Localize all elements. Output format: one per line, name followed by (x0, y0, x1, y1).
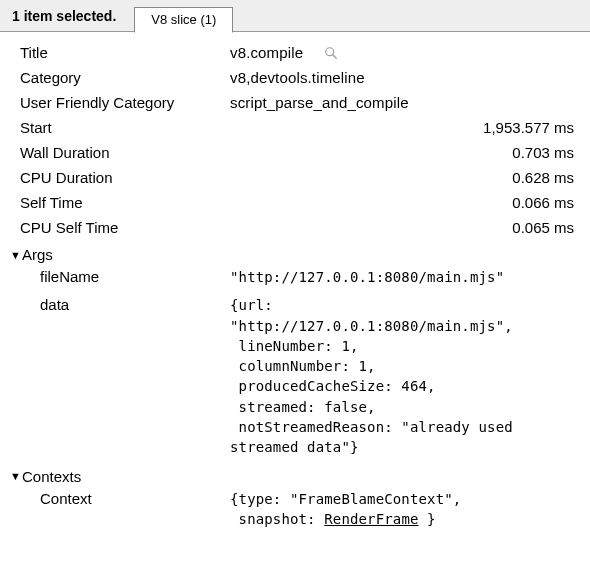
label-context: Context (20, 490, 230, 507)
value-filename: "http://127.0.0.1:8080/main.mjs" (230, 267, 580, 287)
tab-label: V8 slice (1) (151, 12, 216, 27)
disclosure-triangle-icon: ▼ (10, 470, 22, 482)
svg-line-1 (332, 55, 336, 59)
value-data: {url: "http://127.0.0.1:8080/main.mjs", … (230, 295, 580, 457)
label-wall-duration: Wall Duration (20, 144, 230, 161)
value-wall-duration: 0.703 ms (230, 144, 580, 161)
label-filename: fileName (20, 268, 230, 285)
value-user-friendly: script_parse_and_compile (230, 94, 580, 111)
section-args[interactable]: ▼Args (10, 240, 580, 263)
tab-v8-slice[interactable]: V8 slice (1) (134, 7, 233, 33)
label-data: data (20, 296, 230, 313)
label-category: Category (20, 69, 230, 86)
row-args-data: data {url: "http://127.0.0.1:8080/main.m… (10, 291, 580, 461)
selection-status: 1 item selected. (12, 8, 134, 24)
row-context: Context {type: "FrameBlameContext", snap… (10, 485, 580, 534)
row-title: Title v8.compile (10, 40, 580, 65)
label-title: Title (20, 44, 230, 61)
details-panel: Title v8.compile Category v8,devtools.ti… (0, 32, 590, 533)
section-contexts[interactable]: ▼Contexts (10, 462, 580, 485)
header-bar: 1 item selected. V8 slice (1) (0, 0, 590, 32)
section-args-label: Args (22, 246, 53, 263)
disclosure-triangle-icon: ▼ (10, 249, 22, 261)
row-category: Category v8,devtools.timeline (10, 65, 580, 90)
row-wall-duration: Wall Duration 0.703 ms (10, 140, 580, 165)
renderframe-link[interactable]: RenderFrame (324, 511, 418, 527)
value-start: 1,953.577 ms (230, 119, 580, 136)
section-contexts-label: Contexts (22, 468, 81, 485)
row-self-time: Self Time 0.066 ms (10, 190, 580, 215)
row-start: Start 1,953.577 ms (10, 115, 580, 140)
magnify-icon[interactable] (324, 46, 338, 63)
label-start: Start (20, 119, 230, 136)
label-user-friendly: User Friendly Category (20, 94, 230, 111)
value-cpu-self-time: 0.065 ms (230, 219, 580, 236)
label-cpu-duration: CPU Duration (20, 169, 230, 186)
row-args-filename: fileName "http://127.0.0.1:8080/main.mjs… (10, 263, 580, 291)
value-category: v8,devtools.timeline (230, 69, 580, 86)
value-context: {type: "FrameBlameContext", snapshot: Re… (230, 489, 580, 530)
row-cpu-duration: CPU Duration 0.628 ms (10, 165, 580, 190)
label-self-time: Self Time (20, 194, 230, 211)
label-cpu-self-time: CPU Self Time (20, 219, 230, 236)
row-cpu-self-time: CPU Self Time 0.065 ms (10, 215, 580, 240)
value-self-time: 0.066 ms (230, 194, 580, 211)
row-user-friendly-category: User Friendly Category script_parse_and_… (10, 90, 580, 115)
value-title: v8.compile (230, 44, 580, 61)
value-cpu-duration: 0.628 ms (230, 169, 580, 186)
